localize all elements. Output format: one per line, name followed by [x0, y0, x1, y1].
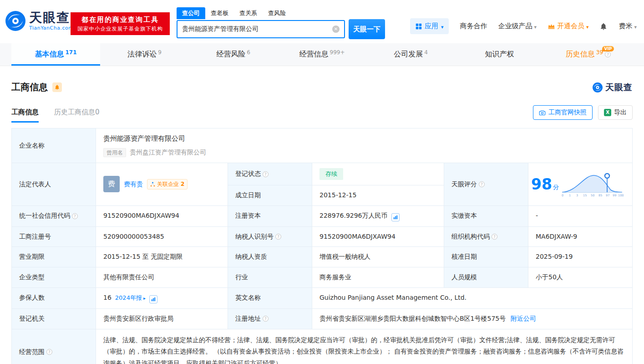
help-icon[interactable]	[275, 234, 281, 240]
table-row: 参保人数 162024年报 英文名称 Guizhou Panjiang Asse…	[12, 287, 633, 308]
reg-authority-value: 贵州贵安新区行政审批局	[96, 308, 228, 329]
search-area: 查公司 查老板 查关系 查风险 天眼一下	[177, 7, 385, 39]
help-icon[interactable]	[605, 51, 611, 57]
subtab-history-business-info[interactable]: 历史工商信息0	[54, 108, 100, 123]
former-name-value: 贵州盘江资产管理有限公司	[130, 148, 206, 158]
industry-value: 商务服务业	[312, 267, 444, 288]
search-button[interactable]: 天眼一下	[349, 19, 385, 39]
table-row: 登记机关 贵州贵安新区行政审批局 注册地址 贵州省贵安新区湖潮乡贵阳大数据科创城…	[12, 308, 633, 329]
svg-text:99: 99	[613, 194, 616, 197]
tab-operation-info[interactable]: 经营信息 999+	[278, 43, 366, 66]
svg-text:85: 85	[598, 194, 602, 197]
tab-operation-risk[interactable]: 经营风险 6	[189, 43, 278, 66]
nav-open-vip[interactable]: 开通会员	[548, 22, 589, 31]
table-row: 工商注册号 520900000053485 纳税人识别号 91520900MA6…	[12, 226, 633, 247]
svg-text:1: 1	[569, 194, 571, 197]
chevron-down-icon	[441, 22, 444, 31]
subtab-business-info[interactable]: 工商信息	[11, 108, 39, 123]
help-icon[interactable]	[72, 213, 78, 219]
help-icon[interactable]	[46, 349, 52, 355]
search-input[interactable]	[182, 26, 332, 33]
tab-intellectual-property[interactable]: 知识产权	[455, 43, 544, 66]
business-scope-value: 法律、法规、国务院决定规定禁止的不得经营；法律、法规、国务院决定规定应当许可（审…	[103, 334, 625, 364]
org-code-label: 组织机构代码	[451, 232, 490, 242]
reg-number-label: 工商注册号	[12, 226, 96, 247]
tianyancha-swirl-icon	[592, 82, 603, 93]
tyc-score-label: 天眼评分	[451, 179, 477, 190]
table-row: 统一社会信用代码 91520900MA6DJXAW94 注册资本 228976.…	[12, 205, 633, 226]
help-icon[interactable]	[492, 234, 497, 240]
export-button[interactable]: 导出	[598, 105, 633, 120]
help-icon[interactable]	[479, 181, 485, 187]
company-name-value: 贵州能源资产管理有限公司	[103, 133, 625, 144]
reg-address-label: 注册地址	[235, 314, 261, 324]
tab-company-development[interactable]: 公司发展 4	[366, 43, 455, 66]
chevron-down-icon	[634, 22, 637, 31]
tyc-score: 98 分 0 1 3 15 50 85 97	[531, 171, 629, 197]
english-name-value: Guizhou Panjiang Asset Management Co., L…	[312, 287, 633, 308]
insured-count-value: 16	[103, 294, 112, 301]
business-info-table: 企业名称 贵州能源资产管理有限公司 曾用名 贵州盘江资产管理有限公司 法定代表人…	[11, 128, 633, 364]
capital-trend-chart-icon[interactable]	[391, 213, 400, 221]
reg-address-value: 贵州省贵安新区湖潮乡贵阳大数据科创城数智中心B区1号楼575号	[319, 315, 506, 322]
crown-icon	[548, 23, 555, 30]
search-tab-boss[interactable]: 查老板	[205, 7, 234, 19]
annual-report-link[interactable]: 2024年报	[115, 294, 146, 301]
watermark-logo: 天眼查	[592, 82, 633, 93]
table-row: 企业类型 其他有限责任公司 行业 商务服务业 人员规模 小于50人	[12, 267, 633, 288]
tab-history-info[interactable]: VIP 历史信息 39	[544, 43, 633, 66]
tianyancha-logo[interactable]: 天眼查 TianYanCha.com	[5, 10, 73, 32]
help-icon[interactable]	[263, 171, 269, 177]
search-tab-risk[interactable]: 查风险	[263, 7, 291, 19]
subscribe-bell-icon[interactable]	[52, 82, 62, 92]
user-menu[interactable]: 费米	[619, 22, 637, 31]
section-title: 工商信息	[11, 81, 48, 93]
top-header: 天眼查 TianYanCha.com 都在用的商业查询工具 国家中小企业发展子基…	[0, 0, 644, 43]
search-box[interactable]	[177, 20, 345, 38]
business-scope-label: 经营范围	[19, 347, 45, 357]
avatar[interactable]: 费	[103, 176, 120, 192]
svg-text:97: 97	[606, 194, 609, 197]
brand-name: 天眼查	[29, 11, 73, 25]
nearby-companies-link[interactable]: 附近公司	[511, 315, 536, 322]
reg-capital-value: 228976.9296万人民币	[319, 212, 388, 219]
chevron-down-icon	[586, 22, 589, 31]
establish-date-label: 成立日期	[228, 185, 312, 206]
legal-rep-link[interactable]: 费有贵	[124, 179, 143, 190]
search-tab-company[interactable]: 查公司	[177, 7, 205, 19]
business-term-value: 2015-12-15 至 无固定期限	[96, 247, 228, 267]
search-tabs: 查公司 查老板 查关系 查风险	[177, 7, 385, 19]
company-type-label: 企业类型	[12, 267, 96, 288]
excel-icon	[604, 109, 611, 116]
nav-enterprise-products[interactable]: 企业级产品	[498, 22, 537, 31]
tab-basic-info[interactable]: 基本信息 171	[11, 43, 100, 66]
industry-label: 行业	[228, 267, 312, 288]
approval-date-label: 核准日期	[444, 247, 528, 267]
clear-search-icon[interactable]	[332, 26, 340, 33]
tab-legal-proceedings[interactable]: 法律诉讼 9	[100, 43, 189, 66]
english-name-label: 英文名称	[228, 287, 312, 308]
table-row: 企业名称 贵州能源资产管理有限公司 曾用名 贵州盘江资产管理有限公司	[12, 128, 633, 163]
company-type-value: 其他有限责任公司	[96, 267, 228, 288]
svg-text:100: 100	[618, 194, 624, 197]
official-snapshot-button[interactable]: 工商官网快照	[533, 105, 593, 120]
help-icon[interactable]	[263, 316, 269, 322]
related-companies-badge[interactable]: 关联企业 2	[147, 179, 188, 190]
apps-label: 应用	[425, 22, 438, 31]
score-distribution-chart: 0 1 3 15 50 85 97 99 100	[560, 171, 624, 197]
notification-bell-icon[interactable]	[599, 22, 608, 31]
insured-trend-chart-icon[interactable]	[149, 295, 157, 303]
staff-size-value: 小于50人	[528, 267, 633, 288]
nav-cooperation[interactable]: 商务合作	[460, 22, 487, 31]
company-name-label: 企业名称	[12, 128, 96, 163]
search-tab-relation[interactable]: 查关系	[234, 7, 263, 19]
apps-menu-button[interactable]: 应用	[410, 18, 449, 34]
score-value: 98	[531, 177, 552, 192]
credit-code-value: 91520900MA6DJXAW94	[96, 205, 228, 226]
top-nav: 应用 商务合作 企业级产品 开通会员 费米	[410, 18, 637, 34]
taxpayer-id-label: 纳税人识别号	[235, 232, 274, 242]
former-name-tag: 曾用名	[103, 148, 126, 157]
paid-capital-label: 实缴资本	[444, 205, 528, 226]
approval-date-value: 2025-09-19	[528, 247, 633, 267]
taxpayer-quality-label: 纳税人资质	[228, 247, 312, 267]
